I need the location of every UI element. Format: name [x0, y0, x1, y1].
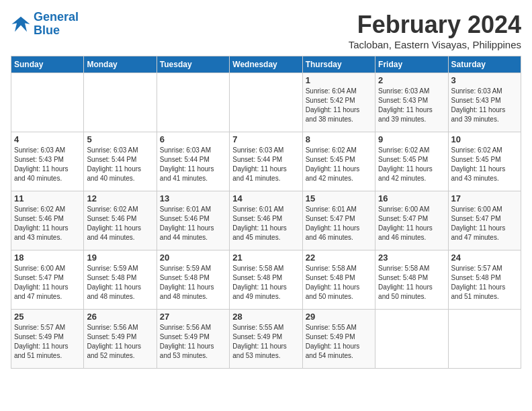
day-number: 3	[451, 75, 518, 85]
calendar-week-row: 18Sunrise: 6:00 AM Sunset: 5:47 PM Dayli…	[11, 250, 521, 310]
calendar-day-cell: 6Sunrise: 6:03 AM Sunset: 5:44 PM Daylig…	[157, 132, 229, 191]
calendar-day-cell: 9Sunrise: 6:02 AM Sunset: 5:45 PM Daylig…	[375, 132, 448, 191]
day-info: Sunrise: 6:02 AM Sunset: 5:45 PM Dayligh…	[451, 146, 518, 183]
day-info: Sunrise: 5:58 AM Sunset: 5:48 PM Dayligh…	[306, 264, 372, 302]
calendar-day-cell: 20Sunrise: 5:59 AM Sunset: 5:48 PM Dayli…	[157, 250, 229, 310]
day-number: 19	[87, 253, 153, 263]
day-number: 7	[232, 134, 299, 144]
weekday-header: Sunday	[11, 56, 84, 73]
day-info: Sunrise: 6:02 AM Sunset: 5:45 PM Dayligh…	[306, 146, 372, 183]
day-info: Sunrise: 5:55 AM Sunset: 5:49 PM Dayligh…	[306, 323, 372, 361]
day-number: 26	[87, 312, 153, 322]
logo-line2: Blue	[34, 24, 60, 37]
calendar-day-cell: 18Sunrise: 6:00 AM Sunset: 5:47 PM Dayli…	[11, 250, 84, 310]
weekday-header: Tuesday	[157, 56, 229, 73]
calendar-day-cell: 14Sunrise: 6:01 AM Sunset: 5:46 PM Dayli…	[230, 191, 302, 250]
day-number: 27	[160, 312, 226, 322]
calendar-day-cell: 16Sunrise: 6:00 AM Sunset: 5:47 PM Dayli…	[375, 191, 448, 250]
calendar-header-row: SundayMondayTuesdayWednesdayThursdayFrid…	[11, 56, 521, 73]
day-info: Sunrise: 5:56 AM Sunset: 5:49 PM Dayligh…	[87, 323, 153, 361]
day-number: 29	[306, 312, 372, 322]
calendar-day-cell: 11Sunrise: 6:02 AM Sunset: 5:46 PM Dayli…	[11, 191, 84, 250]
calendar-week-row: 4Sunrise: 6:03 AM Sunset: 5:43 PM Daylig…	[11, 132, 521, 191]
day-info: Sunrise: 6:00 AM Sunset: 5:47 PM Dayligh…	[14, 264, 81, 302]
calendar-day-cell: 23Sunrise: 5:58 AM Sunset: 5:48 PM Dayli…	[375, 250, 448, 310]
calendar-day-cell: 1Sunrise: 6:04 AM Sunset: 5:42 PM Daylig…	[302, 73, 375, 132]
day-number: 16	[378, 193, 445, 203]
calendar-week-row: 1Sunrise: 6:04 AM Sunset: 5:42 PM Daylig…	[11, 73, 521, 132]
calendar-day-cell	[230, 73, 302, 132]
day-info: Sunrise: 6:01 AM Sunset: 5:46 PM Dayligh…	[160, 205, 226, 242]
logo-text: General Blue	[34, 11, 79, 38]
calendar-day-cell: 13Sunrise: 6:01 AM Sunset: 5:46 PM Dayli…	[157, 191, 229, 250]
calendar-day-cell: 7Sunrise: 6:03 AM Sunset: 5:44 PM Daylig…	[230, 132, 302, 191]
day-info: Sunrise: 6:03 AM Sunset: 5:43 PM Dayligh…	[378, 87, 445, 124]
calendar-day-cell: 4Sunrise: 6:03 AM Sunset: 5:43 PM Daylig…	[11, 132, 84, 191]
day-number: 24	[451, 253, 518, 263]
calendar-day-cell: 2Sunrise: 6:03 AM Sunset: 5:43 PM Daylig…	[375, 73, 448, 132]
day-info: Sunrise: 5:57 AM Sunset: 5:49 PM Dayligh…	[14, 323, 81, 361]
day-info: Sunrise: 6:03 AM Sunset: 5:43 PM Dayligh…	[451, 87, 518, 124]
day-info: Sunrise: 6:03 AM Sunset: 5:44 PM Dayligh…	[232, 146, 299, 183]
calendar-body: 1Sunrise: 6:04 AM Sunset: 5:42 PM Daylig…	[11, 73, 521, 369]
day-info: Sunrise: 6:04 AM Sunset: 5:42 PM Dayligh…	[306, 87, 372, 124]
calendar-day-cell: 24Sunrise: 5:57 AM Sunset: 5:48 PM Dayli…	[448, 250, 521, 310]
day-number: 25	[14, 312, 81, 322]
day-info: Sunrise: 6:02 AM Sunset: 5:46 PM Dayligh…	[87, 205, 153, 242]
calendar-day-cell: 3Sunrise: 6:03 AM Sunset: 5:43 PM Daylig…	[448, 73, 521, 132]
calendar-day-cell: 15Sunrise: 6:01 AM Sunset: 5:47 PM Dayli…	[302, 191, 375, 250]
day-info: Sunrise: 5:59 AM Sunset: 5:48 PM Dayligh…	[160, 264, 226, 302]
calendar-day-cell: 12Sunrise: 6:02 AM Sunset: 5:46 PM Dayli…	[84, 191, 157, 250]
day-info: Sunrise: 6:02 AM Sunset: 5:45 PM Dayligh…	[378, 146, 445, 183]
calendar-day-cell: 28Sunrise: 5:55 AM Sunset: 5:49 PM Dayli…	[230, 310, 302, 369]
day-number: 21	[232, 253, 299, 263]
day-number: 20	[160, 253, 226, 263]
day-number: 8	[306, 134, 372, 144]
weekday-header: Monday	[84, 56, 157, 73]
day-number: 2	[378, 75, 445, 85]
calendar-day-cell: 19Sunrise: 5:59 AM Sunset: 5:48 PM Dayli…	[84, 250, 157, 310]
logo-line1: General	[34, 10, 79, 24]
weekday-header: Saturday	[448, 56, 521, 73]
title-block: February 2024 Tacloban, Eastern Visayas,…	[349, 11, 521, 50]
calendar-day-cell: 21Sunrise: 5:58 AM Sunset: 5:48 PM Dayli…	[230, 250, 302, 310]
day-number: 23	[378, 253, 445, 263]
calendar-day-cell: 5Sunrise: 6:03 AM Sunset: 5:44 PM Daylig…	[84, 132, 157, 191]
day-number: 15	[306, 193, 372, 203]
calendar-week-row: 11Sunrise: 6:02 AM Sunset: 5:46 PM Dayli…	[11, 191, 521, 250]
day-info: Sunrise: 5:55 AM Sunset: 5:49 PM Dayligh…	[232, 323, 299, 361]
calendar-day-cell: 25Sunrise: 5:57 AM Sunset: 5:49 PM Dayli…	[11, 310, 84, 369]
day-info: Sunrise: 6:01 AM Sunset: 5:46 PM Dayligh…	[232, 205, 299, 242]
calendar-day-cell: 8Sunrise: 6:02 AM Sunset: 5:45 PM Daylig…	[302, 132, 375, 191]
day-info: Sunrise: 5:57 AM Sunset: 5:48 PM Dayligh…	[451, 264, 518, 302]
calendar-day-cell: 26Sunrise: 5:56 AM Sunset: 5:49 PM Dayli…	[84, 310, 157, 369]
day-number: 1	[306, 75, 372, 85]
day-number: 10	[451, 134, 518, 144]
calendar-day-cell: 17Sunrise: 6:00 AM Sunset: 5:47 PM Dayli…	[448, 191, 521, 250]
calendar-day-cell	[84, 73, 157, 132]
day-info: Sunrise: 6:03 AM Sunset: 5:44 PM Dayligh…	[160, 146, 226, 183]
calendar-week-row: 25Sunrise: 5:57 AM Sunset: 5:49 PM Dayli…	[11, 310, 521, 369]
calendar-day-cell	[448, 310, 521, 369]
day-info: Sunrise: 5:59 AM Sunset: 5:48 PM Dayligh…	[87, 264, 153, 302]
weekday-header: Thursday	[302, 56, 375, 73]
location-subtitle: Tacloban, Eastern Visayas, Philippines	[349, 39, 521, 50]
calendar-day-cell	[11, 73, 84, 132]
svg-marker-0	[12, 17, 30, 32]
day-info: Sunrise: 6:03 AM Sunset: 5:44 PM Dayligh…	[87, 146, 153, 183]
day-info: Sunrise: 6:00 AM Sunset: 5:47 PM Dayligh…	[451, 205, 518, 242]
calendar-day-cell	[375, 310, 448, 369]
day-number: 28	[232, 312, 299, 322]
day-number: 11	[14, 193, 81, 203]
month-title: February 2024	[349, 11, 521, 39]
day-number: 18	[14, 253, 81, 263]
day-info: Sunrise: 5:56 AM Sunset: 5:49 PM Dayligh…	[160, 323, 226, 361]
day-number: 13	[160, 193, 226, 203]
calendar-table: SundayMondayTuesdayWednesdayThursdayFrid…	[11, 56, 521, 369]
day-info: Sunrise: 6:03 AM Sunset: 5:43 PM Dayligh…	[14, 146, 81, 183]
day-number: 5	[87, 134, 153, 144]
logo: General Blue	[11, 11, 79, 38]
weekday-header: Wednesday	[230, 56, 302, 73]
day-number: 22	[306, 253, 372, 263]
calendar-day-cell: 27Sunrise: 5:56 AM Sunset: 5:49 PM Dayli…	[157, 310, 229, 369]
